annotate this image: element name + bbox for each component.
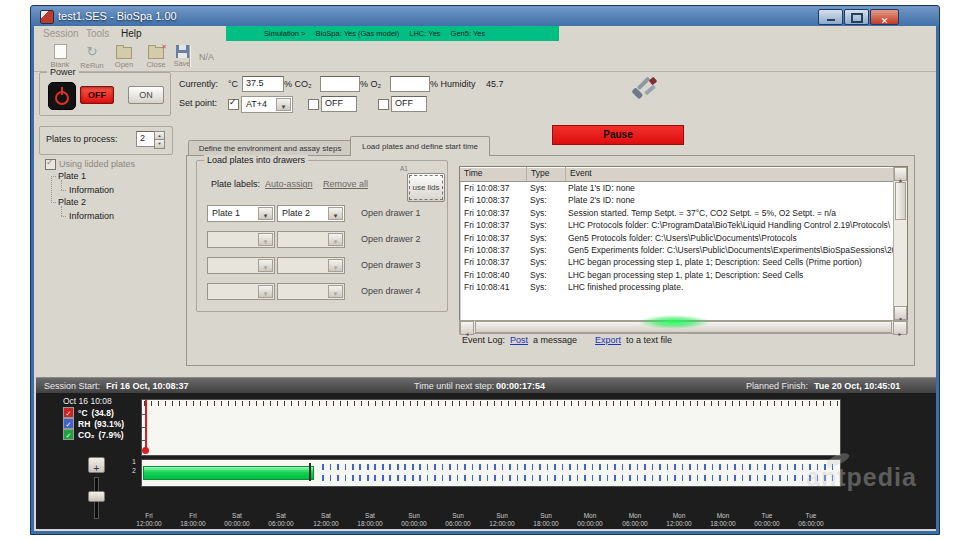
scroll-right-arrow[interactable] — [893, 321, 907, 335]
rerun-arrow-icon — [87, 42, 98, 60]
lidded-plates-checkbox — [45, 159, 56, 170]
chevron-down-icon[interactable] — [258, 207, 273, 220]
event-log-header: Time Type Event — [460, 167, 907, 182]
menu-help[interactable]: Help — [121, 28, 142, 39]
log-row: Fri 10:08:41Sys:LHC finished processing … — [460, 281, 907, 293]
drawer1-plate-a-combo[interactable]: Plate 1 — [207, 205, 275, 222]
co2-checkbox[interactable] — [63, 429, 74, 440]
chevron-down-icon — [328, 285, 343, 298]
o2-setpoint-field[interactable]: OFF — [391, 96, 427, 112]
o2-current-field[interactable] — [390, 76, 430, 92]
app-icon[interactable] — [40, 10, 54, 24]
open-drawer-2-button[interactable]: Open drawer 2 — [361, 234, 421, 244]
close-folder-icon — [148, 47, 164, 59]
power-off-button[interactable]: OFF — [80, 86, 114, 104]
co2-setpoint-field[interactable]: OFF — [321, 96, 357, 112]
x-axis-tick: Mon18:00:00 — [701, 512, 745, 528]
next-step-countdown: 00:00:17:54 — [496, 381, 545, 391]
column-header-type[interactable]: Type — [527, 167, 566, 181]
load-drawers-group-title: Load plates into drawers — [204, 155, 308, 165]
biospa-status: BioSpa: Yes (Gas model) — [315, 29, 399, 38]
temperature-checkbox[interactable] — [63, 407, 74, 418]
log-row: Fri 10:08:37Sys:LHC Protocols folder: C:… — [460, 219, 907, 231]
chevron-down-icon — [258, 285, 273, 298]
session-start-label: Session Start: — [44, 381, 100, 391]
legend-co2: CO₂ (7.9%) — [63, 429, 124, 440]
event-log-vertical-scrollbar[interactable] — [893, 167, 907, 320]
cursor-timestamp: Oct 16 10:08 — [63, 396, 112, 406]
open-drawer-1-button[interactable]: Open drawer 1 — [361, 208, 421, 218]
x-axis-tick: Sun00:00:00 — [392, 512, 436, 528]
event-log-list: Time Type Event Fri 10:08:37Sys:Plate 1'… — [459, 166, 908, 321]
scrollbar-thumb[interactable] — [895, 182, 906, 220]
column-header-time[interactable]: Time — [460, 167, 527, 181]
x-axis-tick: Sun12:00:00 — [480, 512, 524, 528]
tree-node-plate-2-information[interactable]: Information — [69, 211, 114, 221]
x-axis-tick: Tue00:00:00 — [745, 512, 789, 528]
planned-finish-label: Planned Finish: — [746, 381, 808, 391]
temp-setpoint-combo[interactable]: AT+4 — [241, 96, 293, 113]
open-drawer-4-button[interactable]: Open drawer 4 — [361, 286, 421, 296]
pause-button[interactable]: Pause — [552, 125, 684, 145]
tree-node-plate-1-information[interactable]: Information — [69, 185, 114, 195]
power-on-button[interactable]: ON — [128, 86, 164, 104]
scroll-up-arrow[interactable] — [894, 167, 907, 181]
lidded-plates-label: Using lidded plates — [59, 159, 135, 169]
chevron-down-icon[interactable] — [276, 98, 291, 111]
temp-current-field[interactable]: 37.5 — [242, 76, 284, 92]
tab-load-plates[interactable]: Load plates and define start time — [350, 136, 490, 156]
use-lids-button[interactable]: use lids — [407, 173, 445, 202]
o2-setpoint-checkbox[interactable] — [378, 99, 389, 110]
co2-setpoint-checkbox[interactable] — [308, 99, 319, 110]
chevron-down-icon[interactable] — [328, 207, 343, 220]
chevron-down-icon — [258, 259, 273, 272]
power-icon-button[interactable] — [48, 82, 76, 110]
export-log-link[interactable]: Export — [595, 335, 621, 345]
chevron-down-icon — [258, 233, 273, 246]
scroll-down-arrow[interactable] — [894, 306, 907, 320]
remove-all-link[interactable]: Remove all — [323, 179, 368, 189]
tree-node-plate-2[interactable]: Plate 2 — [58, 197, 86, 207]
zoom-in-button[interactable] — [88, 457, 105, 473]
x-axis-tick: Sat18:00:00 — [348, 512, 392, 528]
event-log-footer-label: Event Log: — [462, 335, 505, 345]
temp-setpoint-checkbox[interactable] — [228, 99, 239, 110]
auto-assign-link[interactable]: Auto-assign — [265, 179, 313, 189]
window-controls — [817, 9, 899, 25]
spinner-down-arrow[interactable]: ▼ — [154, 139, 165, 149]
event-tick-marks — [144, 401, 838, 406]
simulation-label: Simulation > — [264, 29, 305, 38]
x-axis-tick: Mon06:00:00 — [613, 512, 657, 528]
session-start-value: Fri 16 Oct, 10:08:37 — [106, 381, 189, 391]
tab-define-environment[interactable]: Define the environment and assay steps — [188, 140, 352, 156]
power-groupbox: Power OFF ON — [39, 72, 171, 116]
blank-button[interactable]: Blank — [45, 42, 75, 70]
minimize-button[interactable] — [818, 9, 843, 25]
zoom-slider-thumb[interactable] — [88, 491, 105, 502]
progress-end-marker — [309, 463, 311, 481]
gantt-row-label-1: 1 — [132, 458, 136, 465]
column-header-event[interactable]: Event — [566, 167, 907, 181]
maintenance-tools-icon[interactable] — [629, 74, 659, 104]
blank-page-icon — [54, 44, 67, 59]
plates-to-process-label: Plates to process: — [46, 134, 118, 144]
drawer3-plate-b-combo — [277, 257, 345, 274]
post-message-link[interactable]: Post — [510, 335, 528, 345]
gantt-row-label-2: 2 — [132, 467, 136, 474]
humidity-checkbox[interactable] — [63, 418, 74, 429]
x-axis-tick: Fri12:00:00 — [127, 512, 171, 528]
plate-labels-label: Plate labels: — [211, 179, 260, 189]
session-status-bar: Session Start: Fri 16 Oct, 10:08:37 Time… — [36, 377, 936, 394]
open-button[interactable]: Open — [109, 42, 139, 70]
close-button[interactable] — [870, 9, 899, 25]
open-drawer-3-button[interactable]: Open drawer 3 — [361, 260, 421, 270]
tree-node-plate-1[interactable]: Plate 1 — [58, 171, 86, 181]
save-button[interactable]: Save — [167, 42, 197, 70]
log-row: Fri 10:08:40Sys:LHC began processing ste… — [460, 269, 907, 281]
co2-current-field[interactable] — [320, 76, 360, 92]
scroll-left-arrow[interactable] — [460, 321, 474, 335]
drawer1-plate-b-combo[interactable]: Plate 2 — [277, 205, 345, 222]
y-axis-tick — [142, 427, 146, 428]
maximize-button[interactable] — [844, 9, 869, 25]
rerun-button[interactable]: ReRun — [77, 42, 107, 70]
